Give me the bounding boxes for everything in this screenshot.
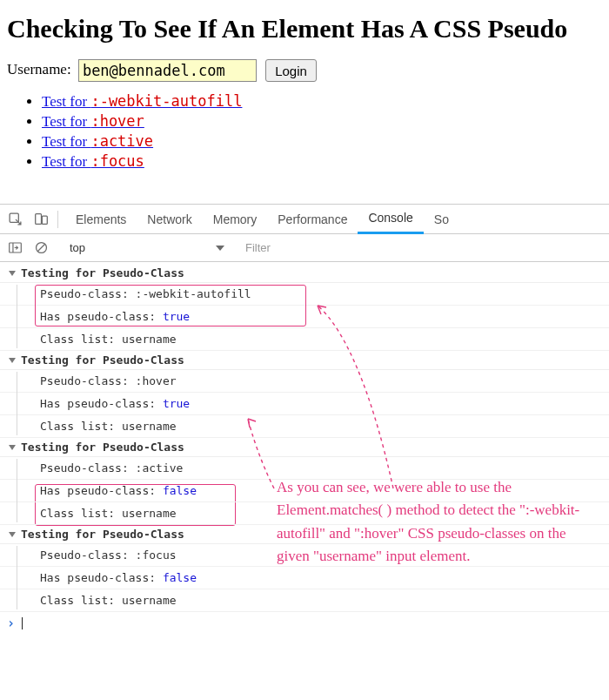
console-log-line: Has pseudo-class: true [0, 306, 609, 328]
devtools-panel: Elements Network Memory Performance Cons… [0, 204, 609, 635]
test-link-webkit-autofill[interactable]: Test for :-webkit-autofill [42, 93, 242, 110]
group-rule [17, 546, 17, 609]
device-toggle-icon[interactable] [31, 210, 50, 229]
inspect-icon[interactable] [5, 210, 24, 229]
list-item: Test for :focus [42, 152, 602, 171]
tab-elements[interactable]: Elements [65, 205, 137, 234]
clear-console-icon[interactable] [31, 239, 50, 258]
console-log-line: Has pseudo-class: false [0, 480, 609, 502]
devtools-tab-bar: Elements Network Memory Performance Cons… [0, 205, 609, 234]
disclosure-triangle-icon [9, 271, 16, 276]
svg-rect-1 [35, 214, 41, 225]
tab-memory[interactable]: Memory [203, 205, 268, 234]
group-rule [17, 459, 17, 522]
console-group: Testing for Pseudo-Class Pseudo-class: :… [0, 525, 609, 612]
context-select[interactable]: top [64, 239, 230, 258]
console-toolbar: top [0, 234, 609, 262]
console-log-line: Has pseudo-class: true [0, 393, 609, 415]
group-rule [17, 285, 17, 348]
divider [57, 211, 58, 228]
test-link-hover[interactable]: Test for :hover [42, 113, 144, 130]
chevron-down-icon [216, 246, 224, 251]
console-prompt[interactable]: › [0, 612, 609, 635]
pseudo-class-name: :-webkit-autofill [90, 92, 242, 110]
login-button[interactable]: Login [265, 59, 317, 82]
pseudo-class-name: :focus [90, 152, 144, 170]
tab-network[interactable]: Network [137, 205, 202, 234]
console-group: Testing for Pseudo-Class Pseudo-class: :… [0, 351, 609, 438]
console-log-line: Class list: username [0, 328, 609, 351]
console-group-header[interactable]: Testing for Pseudo-Class [0, 525, 609, 544]
test-link-list: Test for :-webkit-autofill Test for :hov… [7, 92, 602, 171]
test-link-focus[interactable]: Test for :focus [42, 153, 144, 170]
console-log-line: Class list: username [0, 415, 609, 438]
test-link-prefix: Test for [42, 113, 90, 130]
console-group-label: Testing for Pseudo-Class [21, 266, 184, 279]
username-input[interactable] [78, 59, 257, 82]
page-title: Checking To See If An Element Has A CSS … [7, 14, 602, 44]
test-link-prefix: Test for [42, 133, 90, 150]
disclosure-triangle-icon [9, 445, 16, 450]
list-item: Test for :active [42, 132, 602, 151]
console-group-label: Testing for Pseudo-Class [21, 441, 184, 454]
console-log-line: Class list: username [0, 589, 609, 612]
svg-line-5 [37, 244, 45, 252]
test-link-prefix: Test for [42, 153, 90, 170]
chevron-right-icon: › [7, 616, 15, 631]
console-group: Testing for Pseudo-Class Pseudo-class: :… [0, 438, 609, 525]
console-group-header[interactable]: Testing for Pseudo-Class [0, 438, 609, 457]
console-log-line: Pseudo-class: :-webkit-autofill [0, 283, 609, 306]
context-value: top [70, 241, 85, 254]
console-group-label: Testing for Pseudo-Class [21, 528, 184, 541]
console-log-line: Pseudo-class: :hover [0, 370, 609, 393]
test-link-prefix: Test for [42, 93, 90, 110]
list-item: Test for :-webkit-autofill [42, 92, 602, 111]
console-log-line: Class list: username [0, 502, 609, 525]
pseudo-class-name: :active [90, 132, 153, 150]
disclosure-triangle-icon [9, 532, 16, 537]
tab-console[interactable]: Console [358, 205, 423, 234]
console-log-line: Pseudo-class: :focus [0, 544, 609, 567]
console-filter-input[interactable] [244, 239, 461, 258]
login-form: Username: Login [7, 59, 602, 82]
username-label: Username: [7, 61, 71, 77]
test-link-active[interactable]: Test for :active [42, 133, 153, 150]
svg-rect-2 [42, 216, 47, 224]
console-group-label: Testing for Pseudo-Class [21, 353, 184, 367]
pseudo-class-name: :hover [90, 112, 144, 130]
console-output: Testing for Pseudo-Class Pseudo-class: :… [0, 262, 609, 635]
tab-sources-truncated[interactable]: So [424, 205, 459, 234]
console-group-header[interactable]: Testing for Pseudo-Class [0, 351, 609, 370]
list-item: Test for :hover [42, 112, 602, 131]
disclosure-triangle-icon [9, 358, 16, 363]
text-cursor [22, 617, 23, 629]
console-log-line: Has pseudo-class: false [0, 567, 609, 589]
console-group-header[interactable]: Testing for Pseudo-Class [0, 264, 609, 283]
console-log-line: Pseudo-class: :active [0, 457, 609, 480]
console-group: Testing for Pseudo-Class Pseudo-class: :… [0, 264, 609, 351]
console-sidebar-toggle-icon[interactable] [5, 239, 24, 258]
tab-performance[interactable]: Performance [267, 205, 358, 234]
group-rule [17, 372, 17, 435]
